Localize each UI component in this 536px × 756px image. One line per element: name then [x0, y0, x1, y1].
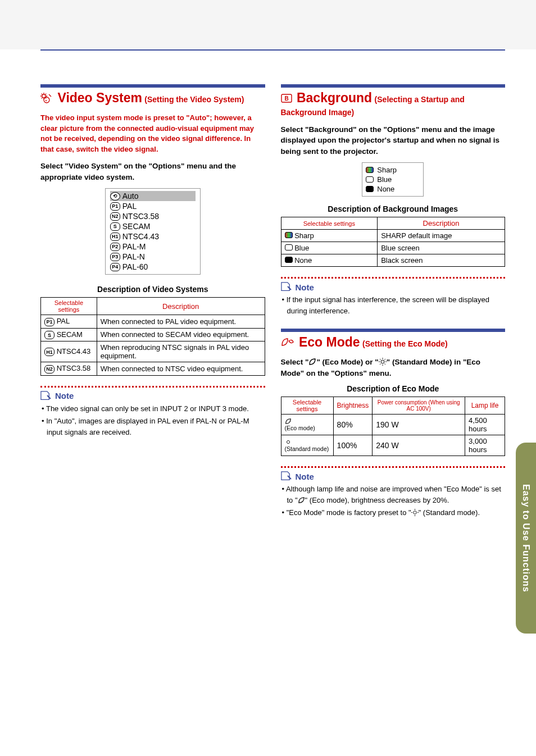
leaf-icon: [285, 418, 292, 425]
svg-point-1: [44, 97, 49, 103]
eco-desc-title: Description of Eco Mode: [281, 384, 506, 393]
bg-notes: If the input signal has interference, th…: [281, 294, 506, 316]
svg-line-12: [384, 359, 385, 360]
video-system-title: Video System: [57, 90, 142, 105]
svg-point-13: [287, 441, 289, 444]
note-icon: [40, 391, 53, 401]
col-left: Video System (Setting the Video System) …: [40, 84, 265, 520]
note-icon: [281, 471, 293, 481]
background-icon: B: [281, 94, 292, 106]
eco-table: Selectable settings Brightness Power con…: [281, 397, 506, 456]
video-system-heading: Video System (Setting the Video System): [40, 90, 265, 107]
leaf-icon: [308, 358, 316, 366]
eco-heading: Eco Mode (Setting the Eco Mode): [281, 334, 506, 351]
svg-line-11: [380, 364, 381, 365]
note-label: Note: [281, 471, 506, 481]
svg-line-10: [384, 364, 385, 365]
side-tab: Easy to Use Functions: [516, 443, 536, 634]
svg-point-14: [413, 511, 416, 514]
eco-title: Eco Mode: [299, 335, 360, 349]
bg-table: Selectable settingsDescription SharpSHAR…: [281, 217, 506, 267]
note-label: Note: [40, 391, 265, 401]
sun-icon: [379, 358, 387, 366]
eco-icon: [281, 338, 294, 351]
col-right: B Background (Selecting a Startup and Ba…: [281, 84, 506, 520]
bg-desc-title: Description of Background Images: [281, 204, 506, 213]
video-system-instruct: Select "Video System" on the "Options" m…: [40, 161, 265, 183]
vs-notes: The video signal can only be set in INPU…: [40, 403, 265, 438]
svg-line-9: [380, 359, 381, 360]
video-system-intro: The video input system mode is preset to…: [40, 113, 265, 155]
note-icon: [281, 282, 293, 292]
sharp-icon: [366, 167, 374, 173]
section-bar: [281, 329, 506, 332]
page: Video System (Setting the Video System) …: [0, 49, 536, 756]
background-title: Background: [297, 90, 372, 105]
eco-subtitle: (Setting the Eco Mode): [362, 339, 448, 348]
section-bar: [40, 84, 265, 88]
vs-table: Selectable settingsDescription P1 PALWhe…: [40, 297, 265, 376]
background-menu: Sharp Blue None: [362, 162, 424, 197]
none-icon: [366, 186, 374, 192]
eco-notes: Although lamp life and noise are improve…: [281, 484, 506, 518]
note-separator: [281, 277, 506, 279]
video-system-menu: ⟲Auto P1PAL N2NTSC3.58 SSECAM H1NTSC4.43…: [105, 188, 201, 275]
side-tab-label: Easy to Use Functions: [521, 484, 531, 593]
svg-text:B: B: [284, 95, 288, 102]
video-system-subtitle: (Setting the Video System): [144, 95, 244, 104]
eco-instruct: Select "" (Eco Mode) or "" (Standard Mod…: [281, 357, 506, 379]
note-separator: [40, 386, 265, 388]
svg-point-4: [381, 360, 384, 363]
note-separator: [281, 466, 506, 468]
video-system-icon: [40, 93, 53, 107]
background-instruct: Select "Background" on the "Options" men…: [281, 124, 506, 157]
section-bar: [281, 84, 506, 88]
content-two-col: Video System (Setting the Video System) …: [0, 51, 536, 543]
sun-icon: [285, 439, 292, 445]
vs-desc-title: Description of Video Systems: [40, 285, 265, 294]
blue-icon: [366, 176, 374, 183]
note-label: Note: [281, 282, 506, 292]
background-heading: B Background (Selecting a Startup and Ba…: [281, 90, 506, 119]
sun-icon: [411, 509, 419, 516]
svg-point-0: [42, 94, 46, 98]
leaf-icon: [298, 497, 305, 504]
